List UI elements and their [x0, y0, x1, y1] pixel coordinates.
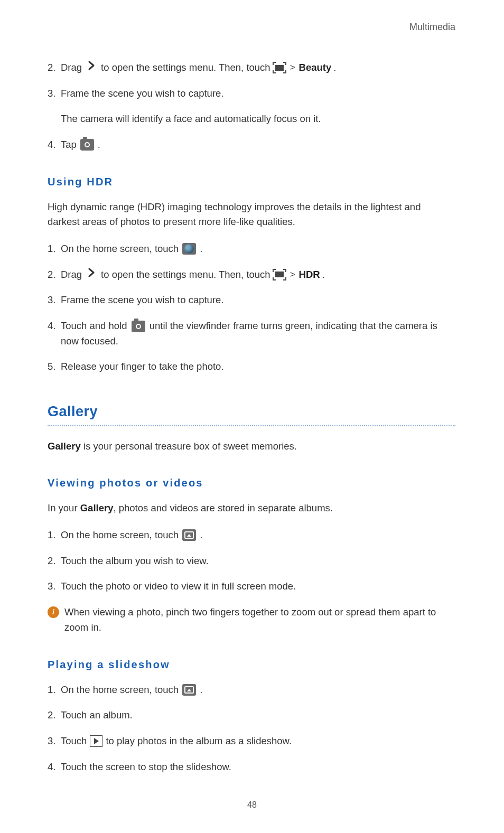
gallery-intro: Gallery is your personal treasure box of…	[48, 439, 455, 454]
heading-slideshow: Playing a slideshow	[48, 657, 455, 673]
chevron-right-icon	[87, 267, 96, 283]
step-text: Touch an album.	[61, 708, 455, 723]
period: .	[98, 137, 100, 153]
beauty-step-3: 3. Frame the scene you wish to capture.	[48, 86, 455, 101]
camera-shutter-icon	[80, 139, 94, 151]
viewing-step-1: 1. On the home screen, touch .	[48, 528, 455, 543]
viewing-intro: In your Gallery, photos and videos are s…	[48, 501, 455, 516]
hdr-step-3: 3. Frame the scene you wish to capture.	[48, 293, 455, 308]
step-text: Touch the photo or video to view it in f…	[61, 579, 455, 594]
viewing-bold: Gallery	[80, 502, 114, 513]
divider	[48, 425, 455, 426]
step-number: 3.	[48, 579, 61, 594]
period: .	[200, 241, 202, 257]
hdr-intro: High dynamic range (HDR) imaging technol…	[48, 200, 455, 230]
step-number: 4.	[48, 760, 61, 775]
tip-row: i When viewing a photo, pinch two finger…	[48, 605, 455, 635]
info-icon: i	[48, 606, 59, 618]
period: .	[200, 682, 202, 698]
page-number: 48	[0, 799, 504, 812]
step-number: 2.	[48, 554, 61, 569]
mode-name: Beauty	[299, 60, 332, 76]
gt-icon: >	[290, 61, 295, 74]
step-number: 3.	[48, 86, 61, 101]
step-number: 2.	[48, 708, 61, 723]
step-text: On the home screen, touch	[61, 528, 179, 543]
camera-app-icon	[182, 243, 196, 255]
gt-icon: >	[290, 268, 295, 282]
period: .	[200, 528, 202, 543]
page-header: Multimedia	[48, 20, 455, 35]
viewing-pre: In your	[48, 502, 80, 513]
heading-viewing: Viewing photos or videos	[48, 475, 455, 491]
gallery-word: Gallery	[48, 441, 81, 452]
step-number: 1.	[48, 241, 61, 257]
step-number: 1.	[48, 682, 61, 698]
heading-gallery: Gallery	[48, 401, 455, 423]
beauty-step-4: 4. Tap .	[48, 137, 455, 153]
viewing-step-2: 2. Touch the album you wish to view.	[48, 554, 455, 569]
aspect-ratio-icon	[273, 62, 286, 73]
step-text: Touch the album you wish to view.	[61, 554, 455, 569]
gallery-app-icon	[182, 684, 196, 696]
step-text: On the home screen, touch	[61, 241, 179, 257]
step-text: Drag	[61, 60, 82, 76]
slideshow-step-2: 2. Touch an album.	[48, 708, 455, 723]
viewing-step-3: 3. Touch the photo or video to view it i…	[48, 579, 455, 594]
step-number: 5.	[48, 359, 61, 375]
hdr-step-2: 2. Drag to open the settings menu. Then,…	[48, 267, 455, 283]
beauty-step-2: 2. Drag to open the settings menu. Then,…	[48, 60, 455, 76]
beauty-step-3-sub: The camera will identify a face and auto…	[61, 111, 455, 127]
slideshow-step-1: 1. On the home screen, touch .	[48, 682, 455, 698]
step-number: 3.	[48, 293, 61, 308]
mode-name: HDR	[299, 267, 320, 283]
step-number: 4.	[48, 319, 61, 334]
step-text: Frame the scene you wish to capture.	[61, 293, 455, 308]
step-number: 4.	[48, 137, 61, 153]
camera-shutter-icon	[132, 321, 145, 332]
step-text: to play photos in the album as a slidesh…	[106, 734, 292, 749]
step-text: Tap	[61, 137, 77, 153]
step-text: Frame the scene you wish to capture.	[61, 86, 455, 101]
gallery-app-icon	[182, 529, 196, 541]
gallery-rest: is your personal treasure box of sweet m…	[81, 441, 297, 452]
heading-hdr: Using HDR	[48, 174, 455, 190]
hdr-step-5: 5. Release your finger to take the photo…	[48, 359, 455, 375]
aspect-ratio-icon	[273, 269, 286, 280]
step-number: 2.	[48, 267, 61, 283]
period: .	[333, 60, 336, 76]
step-number: 2.	[48, 60, 61, 76]
hdr-step-4: 4. Touch and hold until the viewfinder f…	[48, 319, 455, 349]
step-text: to open the settings menu. Then, touch	[101, 267, 270, 283]
slideshow-step-4: 4. Touch the screen to stop the slidesho…	[48, 760, 455, 775]
step-text: to open the settings menu. Then, touch	[101, 60, 270, 76]
step-text: Touch and hold	[61, 320, 127, 331]
step-text: Touch	[61, 734, 87, 749]
step-number: 1.	[48, 528, 61, 543]
slideshow-step-3: 3. Touch to play photos in the album as …	[48, 734, 455, 749]
step-text: Touch the screen to stop the slideshow.	[61, 760, 455, 775]
play-icon	[90, 735, 102, 747]
chevron-right-icon	[87, 60, 96, 76]
step-text: Release your finger to take the photo.	[61, 359, 455, 375]
step-text: Drag	[61, 267, 82, 283]
hdr-step-1: 1. On the home screen, touch .	[48, 241, 455, 257]
viewing-post: , photos and videos are stored in separa…	[113, 502, 332, 513]
step-text: On the home screen, touch	[61, 682, 179, 698]
period: .	[322, 267, 325, 283]
tip-text: When viewing a photo, pinch two fingers …	[64, 605, 455, 635]
step-number: 3.	[48, 734, 61, 749]
